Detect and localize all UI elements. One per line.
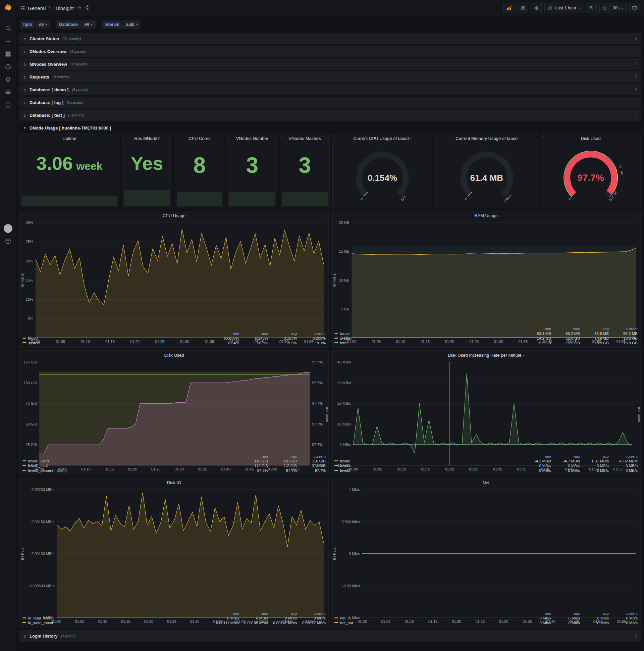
panel-info-icon[interactable]: i xyxy=(21,478,22,482)
panel-info-icon[interactable]: i xyxy=(334,134,335,137)
row-drag-handle[interactable]: ⠿ xyxy=(635,49,637,54)
svg-text:01:15: 01:15 xyxy=(121,619,130,623)
cpu-usage-plot[interactable]: 30%25%20%15%10%5%0%01:0001:0501:1001:150… xyxy=(20,220,328,331)
variable-value-dropdown[interactable]: auto▾ xyxy=(123,21,140,29)
row-drag-handle[interactable]: ⠿ xyxy=(635,37,637,41)
panel-title[interactable]: Has MNode? xyxy=(122,134,172,143)
row-drag-handle[interactable]: ⠿ xyxy=(635,113,637,118)
panel-title[interactable]: Disk Used Increasing Rate per Minute▾ xyxy=(332,351,640,360)
panel-title[interactable]: Disk Used xyxy=(20,351,328,360)
panel-info-icon[interactable]: i xyxy=(437,134,438,137)
admin-shield-icon[interactable] xyxy=(0,99,16,112)
alerting-bell-icon[interactable] xyxy=(0,73,16,86)
row-login-history[interactable]: › Login History (1 panel) ⠿ xyxy=(20,630,641,642)
svg-text:01:50: 01:50 xyxy=(280,340,289,344)
chevron-down-icon: ▾ xyxy=(579,7,580,10)
breadcrumb-folder[interactable]: General xyxy=(28,5,45,11)
svg-text:Disk Used: Disk Used xyxy=(637,405,640,422)
row-database-test[interactable]: › Database: [ test ] (5 panels) ⠿ xyxy=(20,110,641,121)
panel-info-icon[interactable]: i xyxy=(21,134,22,137)
panel-title[interactable]: Disk Used xyxy=(541,134,640,143)
dashboard-settings-button[interactable] xyxy=(531,3,542,13)
favorite-star-icon[interactable]: ☆ xyxy=(77,5,82,11)
panel-info-icon[interactable]: i xyxy=(281,134,282,137)
variable-value-dropdown[interactable]: All▾ xyxy=(82,21,96,29)
panel-title[interactable]: Disk IO xyxy=(20,478,328,487)
grafana-app: General / TDinsight ☆ xyxy=(0,0,644,651)
row-requests[interactable]: › Requests (4 panels) ⠿ xyxy=(20,71,641,83)
row-drag-handle[interactable]: ⠿ xyxy=(635,100,637,105)
search-icon[interactable] xyxy=(0,22,16,35)
panel-info-icon[interactable]: i xyxy=(21,351,22,354)
row-database-demo[interactable]: › Database: [ demo ] (5 panels) ⠿ xyxy=(20,84,641,95)
panel-title[interactable]: Uptime xyxy=(20,134,119,143)
panel-info-icon[interactable]: i xyxy=(333,211,334,215)
variable-value-dropdown[interactable]: All▾ xyxy=(36,21,50,29)
share-icon[interactable] xyxy=(84,5,89,11)
variable-label[interactable]: Database xyxy=(56,21,81,29)
dashboards-icon[interactable] xyxy=(0,48,16,60)
disk-rate-plot[interactable]: 40 MB/s30 MB/s20 MB/s10 MB/s0 MB/s-10 MB… xyxy=(332,360,640,453)
panel-title[interactable]: CPU Usage xyxy=(20,211,328,220)
row-panel-count: (21 panels) xyxy=(62,37,81,41)
refresh-interval-select[interactable]: 30s ▾ xyxy=(610,3,626,13)
chevron-down-icon: ▾ xyxy=(622,7,623,10)
panel-info-icon[interactable]: i xyxy=(123,134,124,137)
refresh-button[interactable] xyxy=(600,3,610,13)
panel-info-icon[interactable]: i xyxy=(176,134,177,137)
disk-io-plot[interactable]: 0.00200 MB/s0.00150 MB/s0.00100 MB/s0.00… xyxy=(20,487,328,610)
panel-info-icon[interactable]: i xyxy=(228,134,229,137)
disk-used-plot[interactable]: 125 GiB100 GiB75 GiB50 GiB25 GiB0 GiB97.… xyxy=(20,360,328,453)
variable-label[interactable]: Interval xyxy=(102,21,122,29)
ram-usage-plot[interactable]: 20 GB15 GB10 GB5 GB0 MB01:0001:0501:1001… xyxy=(332,220,640,326)
sparkline xyxy=(22,196,118,206)
row-database-log[interactable]: › Database: [ log ] (5 panels) ⠿ xyxy=(20,97,641,108)
row-mnodes-overview[interactable]: › MNodes Overview (2 panels) ⠿ xyxy=(20,58,641,70)
user-avatar[interactable] xyxy=(0,222,16,235)
panel-info-icon[interactable]: i xyxy=(542,134,543,137)
panel-info-icon[interactable]: i xyxy=(333,478,334,482)
row-dnode-usage[interactable]: ▾ DNode Usage [ huolinhe-TM1701:6030 ] xyxy=(20,122,641,133)
panel-title[interactable]: Current Memory Usage of taosd xyxy=(436,134,538,143)
panel-title[interactable]: VNodes Masters xyxy=(280,134,329,143)
svg-text:01:10: 01:10 xyxy=(397,467,406,471)
save-dashboard-button[interactable] xyxy=(518,3,528,13)
help-icon[interactable] xyxy=(0,235,16,248)
svg-text:01:00: 01:00 xyxy=(358,619,367,623)
panel-info-icon[interactable]: i xyxy=(333,351,334,354)
row-drag-handle[interactable]: ⠿ xyxy=(635,634,637,638)
svg-text:01:15: 01:15 xyxy=(421,340,430,344)
panel-title[interactable]: CPU Cores xyxy=(175,134,224,143)
zoom-out-button[interactable] xyxy=(586,3,597,13)
panel-title[interactable]: VNodes Number xyxy=(227,134,277,143)
add-panel-button[interactable] xyxy=(504,3,515,13)
row-drag-handle[interactable]: ⠿ xyxy=(635,88,637,92)
svg-text:01:00: 01:00 xyxy=(347,340,357,344)
svg-text:01:40: 01:40 xyxy=(230,340,239,344)
panel-title[interactable]: RAM Usage xyxy=(332,211,640,220)
row-drag-handle[interactable]: ⠿ xyxy=(635,62,637,66)
svg-text:100 GiB: 100 GiB xyxy=(24,381,37,385)
svg-text:01:05: 01:05 xyxy=(56,340,65,344)
row-drag-handle[interactable]: ⠿ xyxy=(635,75,637,79)
net-plot[interactable]: 1 Mb/s0.500 Mb/s0 Mb/s-0.50 Mb/s-1 Mb/s0… xyxy=(332,487,640,610)
variable-database: Database All▾ xyxy=(56,21,96,29)
time-picker-button[interactable]: Last 1 hour ▾ xyxy=(544,3,583,13)
row-dnodes-overview[interactable]: › DNodes Overview (4 panels) ⠿ xyxy=(20,45,641,57)
row-title: Database: [ demo ] xyxy=(30,87,68,92)
tv-mode-button[interactable] xyxy=(629,3,640,13)
panel-title[interactable]: Current CPU Usage of taosd▾ xyxy=(333,134,432,143)
explore-compass-icon[interactable] xyxy=(0,60,16,73)
create-plus-icon[interactable] xyxy=(0,35,16,48)
panel-info-icon[interactable]: i xyxy=(21,211,22,215)
panel-title[interactable]: Net xyxy=(332,478,640,487)
dashboard-title[interactable]: TDinsight xyxy=(53,5,74,11)
grafana-logo-icon[interactable] xyxy=(3,3,13,13)
row-collapse-icon: › xyxy=(23,633,27,639)
svg-text:01:45: 01:45 xyxy=(570,619,579,623)
variable-label[interactable]: fqdn xyxy=(20,21,35,29)
svg-text:01:05: 01:05 xyxy=(372,340,381,344)
svg-text:01:55: 01:55 xyxy=(304,340,314,344)
row-cluster-status[interactable]: › Cluster Status (21 panels) ⠿ xyxy=(20,33,641,44)
configuration-gear-icon[interactable] xyxy=(0,86,16,99)
